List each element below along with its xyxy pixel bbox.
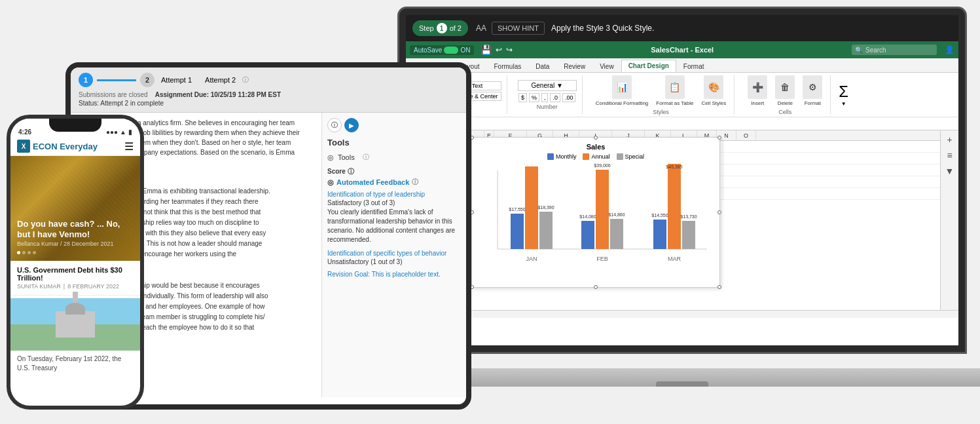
feedback-item-title-2[interactable]: Identification of specific types of beha… — [327, 250, 461, 257]
dec-dec-btn[interactable]: .00 — [562, 93, 576, 102]
tools-next-btn[interactable]: ▶ — [344, 118, 359, 132]
svg-text:$14,550: $14,550 — [651, 213, 668, 218]
ribbon-styles-group: 📊 Conditional Formatting 📋 Format as Tab… — [588, 75, 735, 114]
step-of: of 2 — [450, 24, 462, 32]
attempt-2-bubble: 2 — [140, 73, 154, 87]
svg-text:$13,730: $13,730 — [680, 214, 697, 219]
attempt-tab-2[interactable]: Attempt 2 ⓘ — [205, 73, 249, 87]
percent-btn[interactable]: % — [529, 93, 539, 102]
bar-mar-special — [682, 221, 695, 249]
redo-icon[interactable]: ↪ — [506, 45, 513, 54]
resize-handle-mr[interactable] — [717, 210, 721, 214]
attempt-tab-1[interactable]: 1 2 Attempt 1 — [79, 73, 192, 87]
battery-icon: ▮ — [128, 128, 132, 136]
laptop: Step 1 of 2 AA SHOW HINT Apply the Style… — [397, 7, 967, 387]
tab-data[interactable]: Data — [528, 60, 556, 72]
step-number: 1 — [437, 23, 447, 33]
bar-feb-special — [610, 219, 623, 249]
tablet-header: 1 2 Attempt 1 Attempt 2 ⓘ Submissions — [71, 67, 466, 113]
tools-info-btn[interactable]: ⓘ — [327, 118, 342, 132]
delete-btn[interactable]: 🗑 Delete — [772, 74, 797, 107]
insert-btn[interactable]: ➕ Insert — [745, 74, 770, 107]
phone-logo: X ECON Everyday — [17, 140, 98, 153]
phone-body: 4:26 ●●● ▲ ▮ X ECON Everyday ☰ — [7, 115, 144, 410]
tab-review[interactable]: Review — [556, 60, 592, 72]
resize-handle-bm[interactable] — [594, 285, 598, 289]
col-o: O — [736, 130, 756, 140]
excel-instruction-bar: Step 1 of 2 AA SHOW HINT Apply the Style… — [406, 15, 958, 41]
phone-hero-image[interactable]: Do you have cash? ... No, but I have Ven… — [10, 156, 140, 261]
add-chart-icon[interactable]: + — [943, 133, 956, 146]
resize-handle-br[interactable] — [717, 285, 721, 289]
dot-3 — [27, 251, 31, 254]
chart-elements-icon[interactable]: ≡ — [943, 149, 956, 162]
excel-search-box[interactable]: 🔍 Search — [852, 45, 937, 55]
comma-btn[interactable]: , — [541, 93, 549, 102]
hamburger-menu-icon[interactable]: ☰ — [124, 140, 134, 153]
legend-dot-special — [617, 153, 623, 160]
svg-text:FEB: FEB — [596, 256, 608, 262]
excel-body: C D E F G H I J K L M N O — [406, 130, 958, 310]
feedback-item-1: Identification of type of leadership Sat… — [327, 191, 461, 244]
phone-hero-title: Do you have cash? ... No, but I have Ven… — [17, 219, 134, 254]
chart-svg: $17,550 $40,771 $18,390 $14,080 — [478, 164, 714, 269]
user-icon[interactable]: 👤 — [945, 45, 954, 54]
format-table-btn[interactable]: 📋 Format as Table — [653, 74, 696, 107]
undo-icon[interactable]: ↩ — [496, 45, 502, 54]
save-icon[interactable]: 💾 — [481, 45, 492, 55]
filter-icon[interactable]: ▼ — [943, 164, 956, 178]
bar-feb-annual — [596, 170, 609, 249]
number-format-dropdown[interactable]: General ▼ — [518, 80, 577, 91]
attempt-status: Status: Attempt 2 in complete — [79, 100, 458, 107]
chart-title: Sales — [477, 143, 714, 151]
score-label: Tools — [338, 153, 355, 161]
tools-nav: ⓘ ▶ — [327, 118, 461, 132]
chart-legend: Monthly Annual Special — [477, 153, 714, 160]
format-btn[interactable]: ⚙ Format — [800, 74, 825, 107]
legend-dot-annual — [583, 153, 589, 160]
tab-formulas[interactable]: Formulas — [487, 60, 529, 72]
dollar-btn[interactable]: $ — [518, 93, 527, 102]
dot-4 — [33, 251, 36, 254]
styles-label: Styles — [653, 109, 669, 115]
score-label-2: Score ⓘ — [327, 167, 461, 176]
autosave-toggle[interactable] — [444, 47, 458, 54]
bar-jan-special — [539, 212, 553, 249]
feedback-section: ◎ Automated Feedback ⓘ Identification of… — [327, 178, 461, 278]
dec-inc-btn[interactable]: .0 — [550, 93, 560, 102]
legend-special: Special — [617, 153, 645, 160]
sales-chart[interactable]: Sales Monthly Annual — [471, 137, 720, 288]
phone-dots — [17, 251, 134, 254]
news-item-1[interactable]: U.S. Government Debt hits $30 Trillion! … — [10, 261, 140, 296]
svg-text:$45,395: $45,395 — [666, 164, 682, 169]
svg-text:$14,080: $14,080 — [579, 214, 596, 219]
phone-bottom-text: On Tuesday, February 1st 2022, the U.S. … — [10, 351, 140, 377]
ribbon-number-group: General ▼ $ % , .0 .00 Number — [513, 75, 583, 114]
sigma-btn[interactable]: Σ ▼ — [836, 80, 851, 109]
news-title-1: U.S. Government Debt hits $30 Trillion! — [17, 266, 134, 282]
phone: 4:26 ●●● ▲ ▮ X ECON Everyday ☰ — [7, 115, 144, 410]
bar-mar-annual — [668, 164, 681, 249]
excel-tab-bar: Draw Page Layout Formulas Data Review Vi… — [406, 58, 958, 73]
tab-view[interactable]: View — [592, 60, 621, 72]
bar-jan-monthly — [511, 214, 524, 249]
legend-monthly: Monthly — [547, 153, 577, 160]
tab-chart-design[interactable]: Chart Design — [621, 60, 676, 72]
feedback-item-title-1[interactable]: Identification of type of leadership — [327, 191, 461, 198]
tablet-tools-panel: ⓘ ▶ Tools ◎ Tools ⓘ Score ⓘ — [322, 113, 466, 397]
excel-ribbon: ≡ ≡ ≡ ◀ ▶ ▶ Wrap T — [406, 73, 958, 117]
svg-text:$17,550: $17,550 — [509, 207, 525, 212]
show-hint-button[interactable]: SHOW HINT — [492, 22, 545, 35]
feedback-item-3: Revision Goal: This is placeholder text. — [327, 271, 461, 278]
bar-jan-annual — [525, 166, 538, 249]
phone-notch — [49, 119, 101, 132]
tab-format[interactable]: Format — [676, 60, 712, 72]
laptop-body: Step 1 of 2 AA SHOW HINT Apply the Style… — [397, 7, 967, 354]
laptop-notch — [656, 381, 708, 387]
horizontal-scrollbar[interactable] — [406, 310, 958, 318]
phone-screen: 4:26 ●●● ▲ ▮ X ECON Everyday ☰ — [10, 119, 140, 406]
attempt-2-label: Attempt 2 — [205, 76, 236, 84]
cell-styles-btn[interactable]: 🎨 Cell Styles — [699, 74, 729, 107]
conditional-format-btn[interactable]: 📊 Conditional Formatting — [593, 74, 651, 107]
attempt-1-label: Attempt 1 — [161, 76, 192, 84]
